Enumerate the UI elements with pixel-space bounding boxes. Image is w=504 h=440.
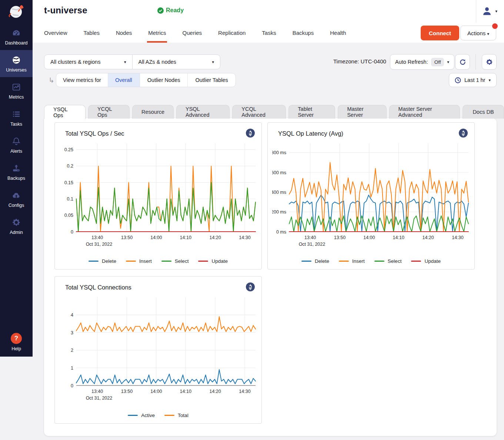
metric-tab-docs-db[interactable]: Docs DB [463,105,504,119]
svg-text:13:50: 13:50 [121,235,133,240]
sidebar-item-admin[interactable]: Admin [0,212,33,239]
legend-swatch [164,415,174,416]
gear-icon [485,58,493,66]
segment-outlier-tables[interactable]: Outlier Tables [187,73,235,87]
legend-item-select[interactable]: Select [161,258,189,264]
svg-text:14:20: 14:20 [422,235,434,240]
svg-text:0.2: 0.2 [67,163,73,169]
azs-nodes-dropdown[interactable]: All AZs & nodes ▾ [132,55,220,69]
legend-swatch [89,261,99,262]
svg-text:14:30: 14:30 [452,235,463,240]
legend-swatch [374,261,384,262]
status-label: Ready [166,7,184,14]
svg-text:0.15: 0.15 [64,180,73,185]
svg-text:14:30: 14:30 [239,235,250,240]
actions-button[interactable]: Actions ▾ [460,26,496,40]
chart-plot-area[interactable]: 00.050.10.150.20.2513:40Oct 31, 202213:5… [59,142,258,248]
tab-overview[interactable]: Overview [44,23,67,43]
svg-text:14:20: 14:20 [209,389,221,394]
legend-item-total[interactable]: Total [164,413,188,418]
metric-tab-master-server-advanced[interactable]: Master Server Advanced [389,105,460,119]
prometheus-link-icon[interactable] [246,282,255,293]
legend-swatch [128,415,138,416]
sidebar-item-help[interactable]: ? Help [0,333,33,351]
chart-plot-area[interactable]: 0123413:40Oct 31, 202213:5014:0014:1014:… [59,296,258,401]
svg-text:2: 2 [71,348,73,353]
yugabyte-logo-icon [7,2,26,21]
time-range-dropdown[interactable]: Last 1 hr ▾ [449,73,497,87]
yugabyte-logo[interactable] [0,0,33,23]
sidebar-item-label: Backups [7,176,25,181]
legend-item-update[interactable]: Update [198,258,228,264]
segment-overall[interactable]: Overall [108,73,140,87]
universe-navbar: Overview Tables Nodes Metrics Queries Re… [33,23,504,43]
legend-item-select[interactable]: Select [374,258,402,264]
legend-item-delete[interactable]: Delete [301,258,329,264]
user-menu[interactable]: ▾ [482,6,497,16]
metric-tab-ysql-ops[interactable]: YSQL Ops [44,105,86,119]
chevron-down-icon: ▾ [124,60,126,64]
connect-button[interactable]: Connect [421,26,459,40]
sidebar-item-label: Dashboard [5,40,27,46]
sidebar-item-label: Metrics [9,95,24,100]
metric-tab-ysql-advanced[interactable]: YSQL Advanced [176,105,230,119]
legend-swatch [411,261,421,262]
svg-text:1: 1 [71,365,73,371]
gear-icon [11,218,21,227]
settings-button[interactable] [482,54,497,70]
tab-queries[interactable]: Queries [183,23,202,43]
universe-title: t-universe [44,5,87,16]
svg-text:Oct 31, 2022: Oct 31, 2022 [299,242,326,247]
svg-text:13:50: 13:50 [121,389,133,394]
sidebar-item-configs[interactable]: Configs [0,185,33,212]
sidebar-item-label: Alerts [10,149,22,154]
legend-item-update[interactable]: Update [411,258,441,264]
tab-health[interactable]: Health [330,23,346,43]
clusters-regions-value: All clusters & regions [50,59,100,65]
auto-refresh-value: Off [431,58,444,66]
azs-nodes-value: All AZs & nodes [138,59,176,65]
chevron-down-icon: ▾ [212,60,214,64]
tab-tasks[interactable]: Tasks [262,23,276,43]
tab-metrics[interactable]: Metrics [148,23,166,43]
legend-item-insert[interactable]: Insert [126,258,152,264]
refresh-button[interactable] [455,54,470,70]
segment-outlier-nodes[interactable]: Outlier Nodes [140,73,188,87]
legend-item-insert[interactable]: Insert [339,258,365,264]
chart-title: Total YSQL Ops / Sec [65,130,124,137]
sidebar-item-tasks[interactable]: Tasks [0,104,33,131]
auto-refresh-dropdown[interactable]: Auto Refresh: Off ▾ [390,54,454,70]
chart-plot-area[interactable]: 0 ms200 ms400 ms600 ms800 ms13:40Oct 31,… [272,142,471,248]
svg-text:0.1: 0.1 [67,196,73,202]
gauge-icon [11,28,21,38]
svg-text:0 ms: 0 ms [276,229,286,235]
legend-label: Update [424,258,441,264]
metric-group-tabs: YSQL Ops YCQL Ops Resource YSQL Advanced… [44,105,504,119]
metric-tab-tablet-server[interactable]: Tablet Server [288,105,335,119]
metric-tab-ycql-advanced[interactable]: YCQL Advanced [232,105,286,119]
metric-tab-resource[interactable]: Resource [132,105,174,119]
metric-tab-master-server[interactable]: Master Server [338,105,386,119]
legend-label: Active [141,413,155,418]
legend-label: Delete [315,258,329,264]
chart-legend: DeleteInsertSelectUpdate [268,258,474,264]
sidebar-item-backups[interactable]: Backups [0,158,33,185]
tab-replication[interactable]: Replication [218,23,246,43]
prometheus-link-icon[interactable] [246,129,255,139]
tab-tables[interactable]: Tables [84,23,100,43]
legend-item-delete[interactable]: Delete [89,258,116,264]
metrics-content: All clusters & regions ▾ All AZs & nodes… [33,43,504,440]
metric-tab-ycql-ops[interactable]: YCQL Ops [88,105,130,119]
svg-text:0: 0 [71,383,73,388]
legend-item-active[interactable]: Active [128,413,155,418]
clusters-regions-dropdown[interactable]: All clusters & regions ▾ [44,55,132,69]
sidebar-item-alerts[interactable]: Alerts [0,131,33,158]
sidebar-item-metrics[interactable]: Metrics [0,77,33,104]
tab-backups[interactable]: Backups [293,23,314,43]
svg-text:3: 3 [71,330,73,335]
chart-card-total-ysql-ops: Total YSQL Ops / Sec 00.050.10.150.20.25… [54,122,262,269]
prometheus-link-icon[interactable] [459,129,468,139]
sidebar-item-dashboard[interactable]: Dashboard [0,23,33,50]
tab-nodes[interactable]: Nodes [116,23,132,43]
sidebar-item-universes[interactable]: Universes [0,50,33,77]
